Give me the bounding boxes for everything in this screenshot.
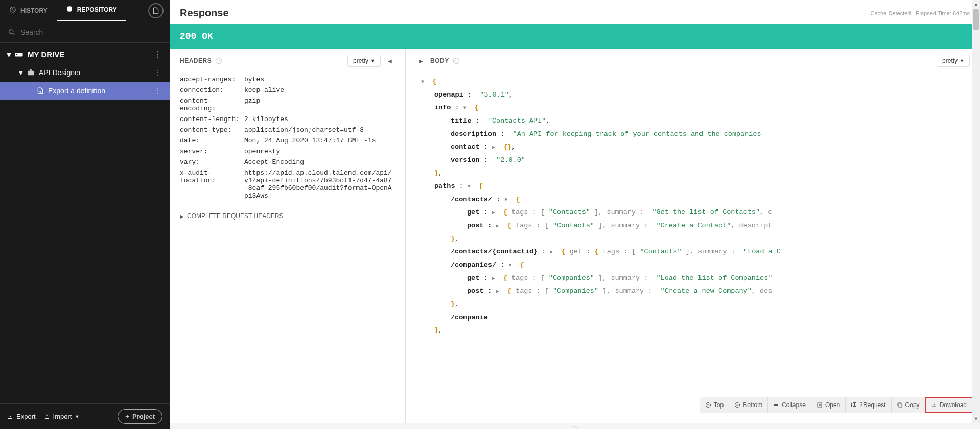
tab-history-label: HISTORY <box>20 7 48 14</box>
header-row: date:Mon, 24 Aug 2020 13:47:17 GMT -1s <box>180 135 395 146</box>
header-row: connection:keep-alive <box>180 85 395 96</box>
header-row: vary:Accept-Encoding <box>180 157 395 168</box>
headers-panel: HEADERS ? pretty ▼ ◀ accept-ranges:bytes… <box>170 49 406 423</box>
project-button[interactable]: + Project <box>118 409 162 424</box>
toggle-icon[interactable]: ▶ <box>492 142 499 152</box>
toggle-icon[interactable]: ▼ <box>504 195 511 205</box>
toggle-icon[interactable]: ▼ <box>463 103 471 113</box>
header-row: content-encoding:gzip <box>180 96 395 114</box>
export-button[interactable]: Export <box>7 413 36 420</box>
body-title: BODY <box>430 57 449 64</box>
response-title: Response <box>180 7 229 19</box>
pretty-label: pretty <box>942 57 958 64</box>
toolbar-download-button[interactable]: Download <box>925 397 973 413</box>
toolbar-download-label: Download <box>940 401 967 409</box>
header-value: https://apid.ap.cloud.talend.com/api/v1/… <box>244 169 395 200</box>
header-key: content-encoding: <box>180 97 244 112</box>
toggle-icon[interactable]: ▼ <box>468 182 475 192</box>
body-toolbar: Top Bottom Collapse Open 2Request Copy D… <box>700 397 973 413</box>
bottom-resizer[interactable]: ︿ <box>170 423 980 429</box>
toggle-icon[interactable]: ▶ <box>496 221 503 231</box>
vertical-scrollbar[interactable]: ▲ ▼ <box>972 0 980 423</box>
request-icon <box>851 402 857 408</box>
status-code: 200 <box>180 31 196 41</box>
tree-menu-icon[interactable]: ⋮ <box>152 50 164 59</box>
drive-icon <box>14 50 24 59</box>
complete-request-headers-toggle[interactable]: ▶ COMPLETE REQUEST HEADERS <box>170 204 405 228</box>
svg-rect-8 <box>774 404 778 406</box>
response-header: Response Cache Detected - Elapsed Time: … <box>170 0 980 24</box>
header-row: content-length:2 kilobytes <box>180 114 395 125</box>
headers-format-select[interactable]: pretty ▼ <box>347 55 381 67</box>
tab-repository-label: REPOSITORY <box>77 6 117 13</box>
scroll-down-icon[interactable]: ▼ <box>972 415 980 423</box>
pretty-label: pretty <box>353 57 368 64</box>
tab-repository[interactable]: REPOSITORY <box>57 0 126 21</box>
download-icon <box>7 414 13 420</box>
toggle-icon[interactable]: ▼ <box>508 260 516 270</box>
toolbar-top-button[interactable]: Top <box>700 397 729 413</box>
help-icon[interactable]: ? <box>453 58 459 64</box>
toolbar-open-button[interactable]: Open <box>811 397 845 413</box>
svg-rect-12 <box>899 404 902 407</box>
tree-root-mydrive[interactable]: ▼ MY DRIVE ⋮ <box>0 45 170 63</box>
save-button[interactable] <box>148 3 164 18</box>
json-key: /contacts/{contactid} <box>451 248 538 255</box>
caret-down-icon: ▼ <box>370 58 375 63</box>
tree-menu-icon[interactable]: ⋮ <box>152 87 164 95</box>
scroll-up-icon[interactable]: ▲ <box>972 0 980 8</box>
plus-icon: + <box>125 413 129 420</box>
panels: HEADERS ? pretty ▼ ◀ accept-ranges:bytes… <box>170 49 980 423</box>
chevron-up-icon: ︿ <box>572 423 577 430</box>
tree-api-designer[interactable]: ▼ API Designer ⋮ <box>0 63 170 82</box>
toggle-icon[interactable]: ▶ <box>492 208 499 218</box>
toolbar-collapse-button[interactable]: Collapse <box>767 397 811 413</box>
help-icon[interactable]: ? <box>216 58 222 64</box>
header-value: Mon, 24 Aug 2020 13:47:17 GMT -1s <box>244 137 395 145</box>
body-format-select[interactable]: pretty ▼ <box>937 55 970 67</box>
toolbar-top-label: Top <box>714 401 724 409</box>
header-value: application/json;charset=utf-8 <box>244 126 395 134</box>
import-button[interactable]: Import ▼ <box>44 413 80 420</box>
tree-root-label: MY DRIVE <box>28 50 64 59</box>
open-icon <box>816 402 823 408</box>
header-value: gzip <box>244 97 395 112</box>
search-input[interactable] <box>20 28 161 36</box>
header-key: accept-ranges: <box>180 76 244 83</box>
json-val: "Contacts API" <box>488 117 546 125</box>
toolbar-copy-button[interactable]: Copy <box>891 397 925 413</box>
header-key: content-type: <box>180 126 244 134</box>
collapse-headers-arrow[interactable]: ◀ <box>385 58 395 64</box>
document-icon <box>37 87 44 94</box>
headers-title: HEADERS <box>180 57 212 64</box>
tree-export-definition[interactable]: Export a definition ⋮ <box>0 82 170 100</box>
json-val: "An API for keeping track of your contac… <box>513 130 761 138</box>
import-label: Import <box>53 413 72 420</box>
project-label: Project <box>132 413 155 420</box>
body-panel-head: ▶ BODY ? pretty ▼ <box>406 49 980 71</box>
svg-point-2 <box>9 29 13 33</box>
scrollbar-thumb[interactable] <box>973 9 979 30</box>
tree-menu-icon[interactable]: ⋮ <box>152 68 164 77</box>
toggle-icon[interactable]: ▶ <box>496 287 503 296</box>
toggle-icon[interactable]: ▼ <box>421 77 428 87</box>
json-key: paths <box>434 182 455 190</box>
tree-export-definition-label: Export a definition <box>48 87 105 95</box>
tree-api-designer-label: API Designer <box>39 68 81 77</box>
collapse-body-arrow[interactable]: ▶ <box>416 58 426 64</box>
toggle-icon[interactable]: ▶ <box>550 247 557 257</box>
json-key: version <box>451 156 480 164</box>
toolbar-bottom-button[interactable]: Bottom <box>729 397 767 413</box>
json-key: /contacts/ <box>451 196 492 203</box>
toggle-icon[interactable]: ▶ <box>492 274 499 283</box>
json-key: post <box>467 287 483 295</box>
svg-point-4 <box>16 54 17 55</box>
svg-rect-5 <box>28 71 34 76</box>
headers-panel-head: HEADERS ? pretty ▼ ◀ <box>170 49 405 71</box>
header-key: content-length: <box>180 115 244 123</box>
caret-right-icon: ▶ <box>180 213 184 219</box>
json-body: ▼ { openapi : "3.0.1", info : ▼ { title … <box>406 71 980 363</box>
tab-history[interactable]: HISTORY <box>0 0 57 21</box>
status-text: OK <box>202 31 213 41</box>
toolbar-request-button[interactable]: 2Request <box>845 397 891 413</box>
